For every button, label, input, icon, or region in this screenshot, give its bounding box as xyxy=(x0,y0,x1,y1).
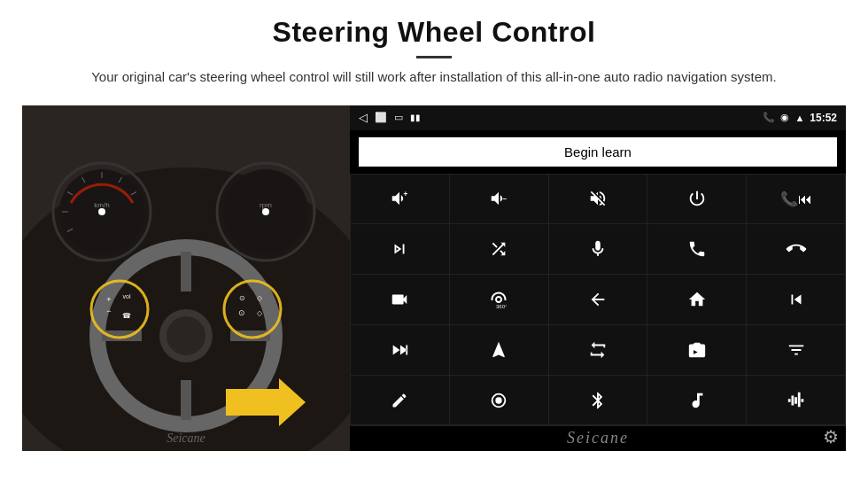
svg-text:+: + xyxy=(106,295,111,304)
volume-up-button[interactable]: + xyxy=(351,175,449,224)
header-description: Your original car's steering wheel contr… xyxy=(89,67,779,88)
svg-point-41 xyxy=(496,397,502,403)
title-divider xyxy=(416,56,452,58)
svg-text:◇: ◇ xyxy=(257,294,263,302)
svg-point-5 xyxy=(98,208,105,215)
status-bar-left: ◁ ⬜ ▭ ▮▮ xyxy=(359,111,421,124)
swap-button[interactable] xyxy=(549,325,647,375)
svg-point-16 xyxy=(262,208,269,215)
brand-bar: Seicane ⚙ xyxy=(350,426,846,451)
brand-name: Seicane xyxy=(567,429,629,447)
camera-button[interactable] xyxy=(351,275,449,324)
pen-button[interactable] xyxy=(351,376,449,425)
svg-text:vol: vol xyxy=(123,293,131,299)
car-image: km/h rpm xyxy=(22,105,350,451)
svg-text:km/h: km/h xyxy=(94,201,109,209)
gear-icon[interactable]: ⚙ xyxy=(823,426,839,447)
wifi-icon: ▲ xyxy=(794,113,804,123)
back-arrow-icon[interactable]: ◁ xyxy=(359,111,368,124)
location-icon: ◉ xyxy=(780,112,789,123)
phone-prev-button[interactable]: 📞⏮ xyxy=(747,175,845,224)
volume-down-button[interactable]: − xyxy=(450,175,548,224)
svg-text:⊙: ⊙ xyxy=(238,308,245,317)
wave-equalizer-button[interactable] xyxy=(747,376,845,425)
svg-text:rpm: rpm xyxy=(260,201,272,209)
next-track-button[interactable] xyxy=(351,224,449,274)
status-bar-right: 📞 ◉ ▲ 15:52 xyxy=(763,112,837,124)
svg-text:▶: ▶ xyxy=(694,347,698,354)
back-nav-button[interactable] xyxy=(549,275,647,324)
android-panel: ◁ ⬜ ▭ ▮▮ 📞 ◉ ▲ 15:52 Begin learn xyxy=(350,105,846,451)
dashboard-camera-button[interactable]: ▶ xyxy=(647,325,746,375)
controls-grid: + − 📞⏮ xyxy=(350,174,846,426)
svg-text:−: − xyxy=(503,195,508,203)
music-button[interactable] xyxy=(647,376,746,425)
svg-text:☎: ☎ xyxy=(122,312,131,320)
equalizer-button[interactable] xyxy=(747,325,845,375)
home-nav-button[interactable] xyxy=(647,275,746,324)
svg-text:+: + xyxy=(404,191,408,199)
signal-icon: ▮▮ xyxy=(410,113,421,122)
phone-status-icon: 📞 xyxy=(763,112,775,123)
page-title: Steering Wheel Control xyxy=(53,16,815,49)
mute-button[interactable] xyxy=(549,175,647,224)
window-icon[interactable]: ▭ xyxy=(394,112,403,123)
navigate-button[interactable] xyxy=(450,325,548,375)
svg-text:◇: ◇ xyxy=(257,309,263,317)
time-display: 15:52 xyxy=(810,112,837,124)
svg-point-23 xyxy=(167,316,205,355)
fast-forward-button[interactable] xyxy=(351,325,449,375)
camera-360-button[interactable]: 360° xyxy=(450,275,548,324)
begin-learn-row: Begin learn xyxy=(350,130,846,174)
content-area: km/h rpm xyxy=(22,105,846,451)
status-bar: ◁ ⬜ ▭ ▮▮ 📞 ◉ ▲ 15:52 xyxy=(350,105,846,130)
svg-text:⊙: ⊙ xyxy=(239,294,245,302)
svg-text:−: − xyxy=(106,307,111,315)
record-button[interactable] xyxy=(450,376,548,425)
bluetooth-button[interactable] xyxy=(549,376,647,425)
begin-learn-button[interactable]: Begin learn xyxy=(359,137,837,167)
call-button[interactable] xyxy=(647,224,746,274)
end-call-button[interactable] xyxy=(747,224,845,274)
rewind-button[interactable] xyxy=(747,275,845,324)
home-icon[interactable]: ⬜ xyxy=(375,112,387,123)
shuffle-button[interactable] xyxy=(450,224,548,274)
microphone-button[interactable] xyxy=(549,224,647,274)
power-button[interactable] xyxy=(647,175,746,224)
page-header: Steering Wheel Control Your original car… xyxy=(0,0,868,97)
svg-text:360°: 360° xyxy=(496,304,508,309)
svg-text:Seicane: Seicane xyxy=(167,431,205,445)
